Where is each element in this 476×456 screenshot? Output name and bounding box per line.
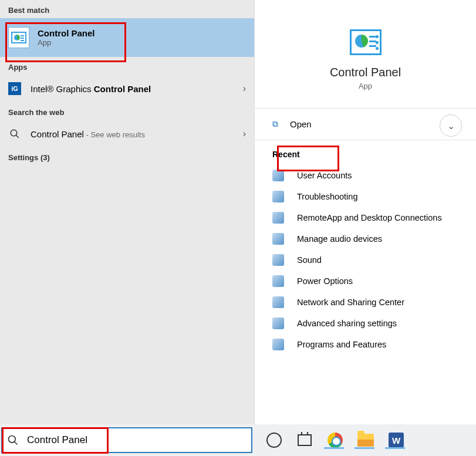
best-match-title: Control Panel xyxy=(38,28,95,38)
remoteapp-icon xyxy=(272,212,284,224)
recent-label: Sound xyxy=(297,255,322,265)
settings-header[interactable]: Settings (3) xyxy=(0,147,254,165)
audio-icon xyxy=(272,233,284,245)
result-intel-graphics[interactable]: iG Intel® Graphics Control Panel › xyxy=(0,75,254,102)
chrome-taskbar-icon[interactable] xyxy=(326,431,344,449)
power-icon xyxy=(272,275,284,287)
best-match-header: Best match xyxy=(0,0,254,18)
recent-user-accounts[interactable]: User Accounts xyxy=(255,165,476,186)
intel-icon: iG xyxy=(8,82,21,95)
search-icon xyxy=(8,127,21,140)
svg-line-3 xyxy=(15,442,18,445)
recent-label: Programs and Features xyxy=(297,340,386,349)
recent-label: Network and Sharing Center xyxy=(297,298,404,307)
troubleshooting-icon xyxy=(272,191,284,202)
result-web-text: Control Panel - See web results xyxy=(31,129,243,139)
best-match-subtitle: App xyxy=(38,38,95,47)
network-icon xyxy=(272,296,284,308)
recent-manage-audio[interactable]: Manage audio devices xyxy=(255,228,476,249)
search-results-pane: Best match Control Panel App Apps iG Int… xyxy=(0,0,255,424)
sound-icon xyxy=(272,254,284,266)
cortana-button[interactable] xyxy=(265,431,283,449)
recent-header: Recent xyxy=(255,140,476,165)
search-input[interactable] xyxy=(27,434,247,446)
taskbar: W xyxy=(0,424,476,456)
apps-header: Apps xyxy=(0,57,254,75)
recent-power-options[interactable]: Power Options xyxy=(255,271,476,292)
open-action[interactable]: ⧉ Open ⌄ xyxy=(255,109,476,140)
result-intel-text: Intel® Graphics Control Panel xyxy=(31,84,243,94)
recent-label: Troubleshooting xyxy=(297,192,357,201)
svg-point-0 xyxy=(11,130,17,136)
details-subtitle: App xyxy=(255,82,476,90)
recent-advanced-sharing[interactable]: Advanced sharing settings xyxy=(255,313,476,334)
svg-line-1 xyxy=(16,135,19,138)
search-web-header: Search the web xyxy=(0,102,254,120)
details-title: Control Panel xyxy=(255,66,476,79)
open-icon: ⧉ xyxy=(272,119,278,129)
svg-point-2 xyxy=(9,436,16,443)
file-explorer-taskbar-icon[interactable] xyxy=(357,431,374,449)
recent-label: Manage audio devices xyxy=(297,234,382,244)
programs-icon xyxy=(272,339,284,350)
recent-label: RemoteApp and Desktop Connections xyxy=(297,213,442,222)
recent-label: User Accounts xyxy=(297,171,352,180)
details-pane: Control Panel App ⧉ Open ⌄ Recent User A… xyxy=(255,0,476,424)
sharing-icon xyxy=(272,317,284,329)
open-label: Open xyxy=(290,119,312,129)
recent-troubleshooting[interactable]: Troubleshooting xyxy=(255,186,476,207)
recent-label: Power Options xyxy=(297,276,353,286)
recent-network-sharing[interactable]: Network and Sharing Center xyxy=(255,292,476,313)
recent-programs-features[interactable]: Programs and Features xyxy=(255,334,476,355)
word-taskbar-icon[interactable]: W xyxy=(387,431,405,449)
best-match-control-panel[interactable]: Control Panel App xyxy=(0,18,254,57)
search-icon xyxy=(7,434,19,446)
recent-label: Advanced sharing settings xyxy=(297,319,397,328)
chevron-right-icon[interactable]: › xyxy=(243,83,246,94)
control-panel-icon xyxy=(8,27,29,48)
result-web-control-panel[interactable]: Control Panel - See web results › xyxy=(0,120,254,147)
control-panel-icon-large xyxy=(350,29,382,55)
recent-sound[interactable]: Sound xyxy=(255,249,476,271)
task-view-button[interactable] xyxy=(296,431,313,449)
chevron-right-icon[interactable]: › xyxy=(243,129,246,139)
taskbar-search-box[interactable] xyxy=(1,427,252,453)
recent-remoteapp[interactable]: RemoteApp and Desktop Connections xyxy=(255,207,476,228)
expand-actions-button[interactable]: ⌄ xyxy=(440,114,462,137)
user-accounts-icon xyxy=(272,170,284,181)
